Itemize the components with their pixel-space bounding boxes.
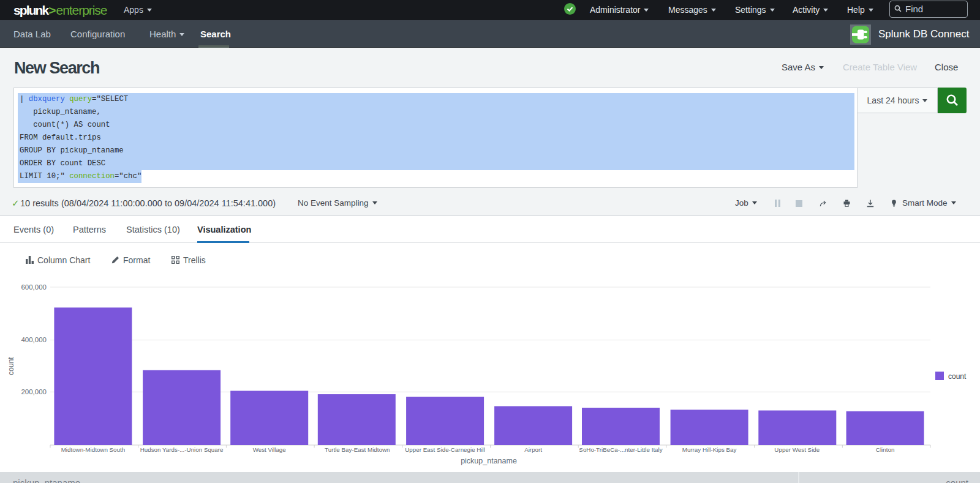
svg-text:Murray Hill-Kips Bay: Murray Hill-Kips Bay (682, 446, 737, 453)
svg-text:200,000: 200,000 (21, 388, 47, 395)
svg-text:pickup_ntaname: pickup_ntaname (461, 457, 517, 465)
svg-text:Upper West Side: Upper West Side (774, 446, 820, 453)
svg-text:Upper East Side-Carnegie Hill: Upper East Side-Carnegie Hill (405, 446, 485, 453)
svg-text:Hudson Yards-...-Union Square: Hudson Yards-...-Union Square (140, 446, 224, 453)
svg-text:SoHo-TriBeCa-...nter-Little It: SoHo-TriBeCa-...nter-Little Italy (579, 446, 662, 453)
svg-text:count: count (7, 357, 15, 375)
svg-text:Midtown-Midtown South: Midtown-Midtown South (61, 446, 126, 453)
svg-text:West Village: West Village (253, 446, 287, 453)
svg-text:Airport: Airport (524, 446, 542, 453)
svg-text:Clinton: Clinton (876, 446, 895, 453)
svg-text:Turtle Bay-East Midtown: Turtle Bay-East Midtown (325, 446, 390, 453)
svg-text:600,000: 600,000 (21, 283, 47, 291)
svg-text:count: count (948, 372, 967, 381)
svg-text:400,000: 400,000 (21, 336, 47, 343)
